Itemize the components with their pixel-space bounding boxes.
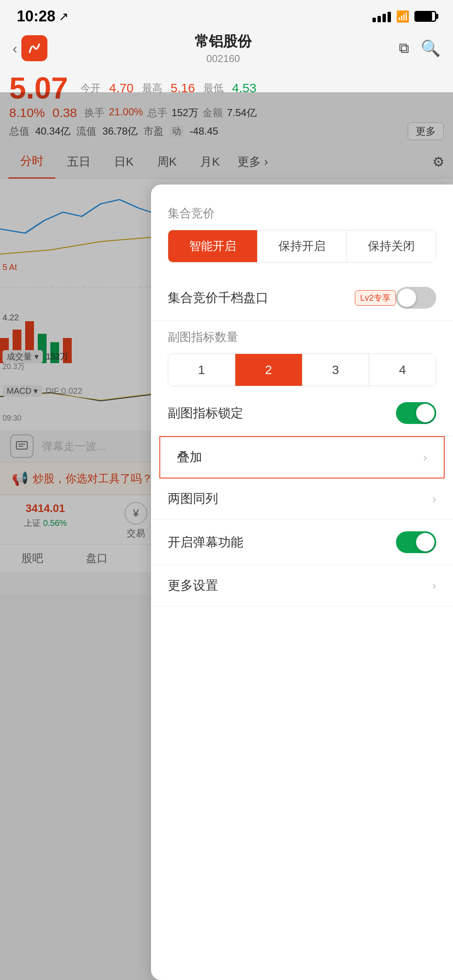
header-right: ⧉ 🔍	[399, 39, 440, 57]
row5-toggle[interactable]	[396, 531, 436, 553]
chevron-icon-2: ›	[432, 492, 436, 506]
panel-row-qiandang: 集合竞价千档盘口 Lv2专享	[151, 275, 453, 321]
row4-label: 两图同列	[168, 490, 432, 507]
app-logo	[21, 35, 47, 61]
header-center: 常铝股份 002160	[195, 32, 252, 65]
search-icon[interactable]: 🔍	[421, 39, 440, 57]
chevron-icon-1: ›	[423, 451, 427, 464]
chevron-icon-3: ›	[432, 579, 436, 593]
toggle-smart-open[interactable]: 智能开启	[168, 230, 258, 262]
panel-row-liangtong[interactable]: 两图同列 ›	[151, 478, 453, 520]
row5-label: 开启弹幕功能	[168, 534, 396, 551]
num-btn-2[interactable]: 2	[235, 354, 302, 386]
panel-row-lock: 副图指标锁定	[151, 390, 453, 436]
status-time: 10:28	[17, 8, 55, 25]
panel-row-diejia[interactable]: 叠加 ›	[159, 436, 445, 478]
panel-section-title-2: 副图指标数量	[151, 321, 453, 354]
header-left: ‹	[13, 35, 47, 61]
row6-label: 更多设置	[168, 577, 432, 594]
signal-icon	[372, 10, 391, 22]
num-btn-1[interactable]: 1	[168, 354, 235, 386]
battery-icon	[414, 11, 436, 22]
row1-toggle[interactable]	[396, 287, 436, 309]
num-btn-4[interactable]: 4	[369, 354, 436, 386]
app-header: ‹ 常铝股份 002160 ⧉ 🔍	[0, 29, 453, 67]
num-btn-3[interactable]: 3	[302, 354, 370, 386]
stock-name: 常铝股份	[195, 32, 252, 51]
panel-row-more-settings[interactable]: 更多设置 ›	[151, 565, 453, 606]
toggle-keep-close[interactable]: 保持关闭	[347, 230, 436, 262]
status-icons: 📶	[372, 10, 436, 23]
export-icon[interactable]: ⧉	[399, 40, 409, 57]
num-selector: 1 2 3 4	[168, 354, 436, 386]
panel-section-title-1: 集合竞价	[151, 201, 453, 230]
back-button[interactable]: ‹	[13, 40, 17, 57]
wifi-icon: 📶	[396, 10, 409, 23]
stock-code: 002160	[195, 53, 252, 65]
row3-label: 叠加	[177, 449, 423, 466]
panel-row-danmu: 开启弹幕功能	[151, 520, 453, 565]
settings-panel: 集合竞价 智能开启 保持开启 保持关闭 集合竞价千档盘口 Lv2专享 副图指标数…	[151, 185, 453, 980]
lv2-badge: Lv2专享	[355, 290, 396, 306]
panel-toggle-group: 智能开启 保持开启 保持关闭	[168, 230, 436, 263]
modal-overlay[interactable]: 集合竞价 智能开启 保持开启 保持关闭 集合竞价千档盘口 Lv2专享 副图指标数…	[0, 92, 453, 980]
row2-toggle[interactable]	[396, 402, 436, 424]
row1-label: 集合竞价千档盘口	[168, 289, 350, 307]
location-icon: ↗	[59, 10, 68, 23]
status-bar: 10:28 ↗ 📶	[0, 0, 453, 29]
toggle-keep-open[interactable]: 保持开启	[258, 230, 347, 262]
row2-label: 副图指标锁定	[168, 405, 396, 422]
